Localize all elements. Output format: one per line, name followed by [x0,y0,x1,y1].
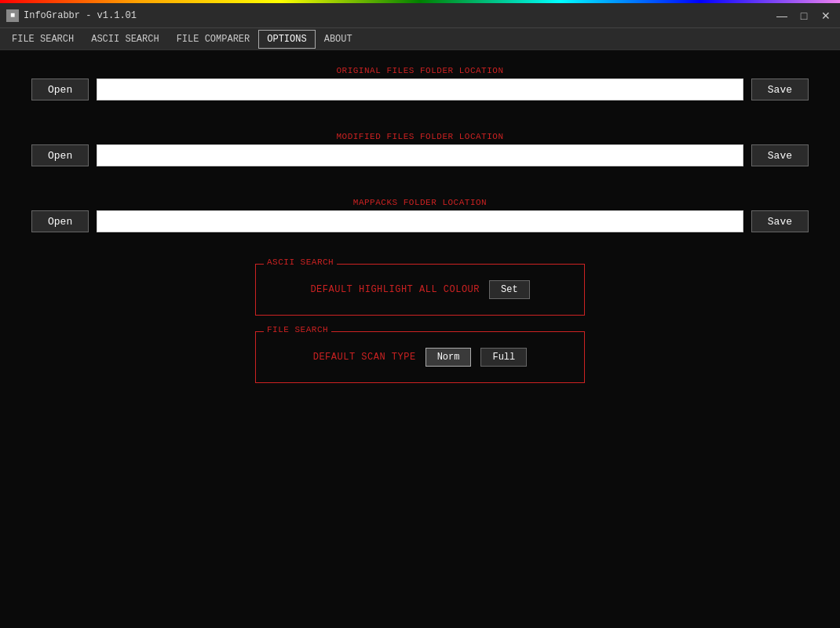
highlight-label: DEFAULT HIGHLIGHT ALL COLOUR [310,284,480,295]
original-open-button[interactable]: Open [31,78,89,100]
mappacks-folder-label: MAPPACKS FOLDER LOCATION [97,198,743,207]
title-bar: ■ InfoGrabbr - v1.1.01 — □ ✕ [0,3,840,28]
file-search-section: FILE SEARCH DEFAULT SCAN TYPE Norm Full [255,331,585,383]
modified-open-button[interactable]: Open [31,144,89,166]
file-search-row: DEFAULT SCAN TYPE Norm Full [272,348,568,367]
mappacks-input-group: MAPPACKS FOLDER LOCATION [97,198,743,232]
minimize-button[interactable]: — [774,8,790,24]
main-content: Open ORIGINAL FILES FOLDER LOCATION Save… [0,50,840,628]
original-folder-label: ORIGINAL FILES FOLDER LOCATION [97,66,743,75]
title-bar-text: InfoGrabbr - v1.1.01 [24,10,774,21]
app-icon: ■ [6,9,19,22]
original-input-group: ORIGINAL FILES FOLDER LOCATION [97,66,743,100]
norm-scan-button[interactable]: Norm [425,348,472,367]
mappacks-save-button[interactable]: Save [751,210,809,232]
modified-folder-input[interactable] [97,144,743,166]
file-search-legend: FILE SEARCH [264,325,331,334]
original-files-row: Open ORIGINAL FILES FOLDER LOCATION Save [31,66,809,100]
mappacks-open-button[interactable]: Open [31,210,89,232]
menu-item-about[interactable]: ABOUT [316,30,361,49]
menu-item-ascii-search[interactable]: ASCII SEARCH [82,30,167,49]
modified-save-button[interactable]: Save [751,144,809,166]
menu-item-file-comparer[interactable]: FILE COMPARER [168,30,259,49]
maximize-button[interactable]: □ [796,8,812,24]
modified-files-row: Open MODIFIED FILES FOLDER LOCATION Save [31,132,809,166]
close-button[interactable]: ✕ [818,8,834,24]
scan-type-label: DEFAULT SCAN TYPE [313,352,416,363]
full-scan-button[interactable]: Full [480,348,527,367]
modified-input-group: MODIFIED FILES FOLDER LOCATION [97,132,743,166]
mappacks-folder-input[interactable] [97,210,743,232]
ascii-search-legend: ASCII SEARCH [264,257,337,267]
original-save-button[interactable]: Save [751,78,809,100]
mappacks-files-row: Open MAPPACKS FOLDER LOCATION Save [31,198,809,232]
ascii-search-row: DEFAULT HIGHLIGHT ALL COLOUR Set [272,280,568,299]
modified-folder-label: MODIFIED FILES FOLDER LOCATION [97,132,743,141]
highlight-set-button[interactable]: Set [489,280,530,299]
window-controls: — □ ✕ [774,8,834,24]
menu-item-options[interactable]: OPTIONS [258,30,315,49]
original-folder-input[interactable] [97,78,743,100]
menu-item-file-search[interactable]: FILE SEARCH [3,30,82,49]
menu-bar: FILE SEARCHASCII SEARCHFILE COMPAREROPTI… [0,28,840,50]
ascii-search-section: ASCII SEARCH DEFAULT HIGHLIGHT ALL COLOU… [255,264,585,316]
app-icon-symbol: ■ [10,11,15,20]
